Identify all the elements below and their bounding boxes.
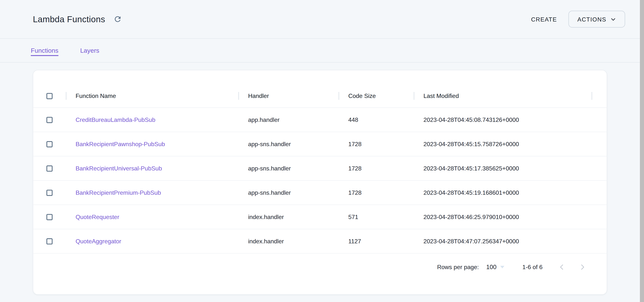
row-checkbox[interactable] (46, 141, 52, 147)
last-modified-cell: 2023-04-28T04:45:08.743126+0000 (414, 116, 592, 123)
functions-table-card: Function Name Handler Code Size Last Mod… (33, 70, 607, 294)
table-row: CreditBureauLambda-PubSub app.handler 44… (33, 107, 606, 132)
last-modified-cell: 2023-04-28T04:45:15.758726+0000 (414, 141, 592, 147)
row-checkbox[interactable] (46, 190, 52, 196)
page-title: Lambda Functions (33, 14, 105, 24)
last-modified-cell: 2023-04-28T04:46:25.979010+0000 (414, 214, 592, 220)
last-modified-cell: 2023-04-28T04:45:17.385625+0000 (414, 165, 592, 172)
row-checkbox[interactable] (46, 117, 52, 123)
code-size-cell: 571 (338, 214, 414, 220)
select-all-checkbox[interactable] (46, 93, 52, 99)
tab-functions[interactable]: Functions (29, 47, 60, 54)
handler-cell: index.handler (238, 238, 338, 244)
actions-button-label: ACTIONS (578, 16, 606, 23)
rows-per-page-select[interactable]: 100 (486, 263, 504, 270)
column-header-code-size: Code Size (338, 92, 414, 99)
code-size-cell: 1127 (338, 238, 414, 244)
handler-cell: app.handler (238, 116, 338, 123)
table-row: QuoteRequester index.handler 571 2023-04… (33, 204, 606, 229)
chevron-right-icon (578, 263, 586, 271)
dropdown-caret-icon (500, 266, 504, 268)
handler-cell: app-sns.handler (238, 141, 338, 147)
code-size-cell: 1728 (338, 189, 414, 196)
table-header-row: Function Name Handler Code Size Last Mod… (33, 84, 606, 107)
handler-cell: app-sns.handler (238, 165, 338, 172)
column-header-handler: Handler (238, 92, 338, 99)
chevron-down-icon (610, 16, 616, 22)
row-checkbox[interactable] (46, 238, 52, 244)
create-button[interactable]: CREATE (526, 12, 562, 27)
tab-layers[interactable]: Layers (78, 47, 101, 54)
function-name-link[interactable]: CreditBureauLambda-PubSub (76, 116, 155, 123)
refresh-icon (114, 15, 122, 23)
code-size-cell: 448 (338, 116, 414, 123)
table-row: QuoteAggregator index.handler 1127 2023-… (33, 229, 606, 253)
row-checkbox[interactable] (46, 214, 52, 220)
last-modified-cell: 2023-04-28T04:47:07.256347+0000 (414, 238, 592, 244)
last-modified-cell: 2023-04-28T04:45:19.168601+0000 (414, 189, 592, 196)
next-page-button[interactable] (577, 261, 588, 272)
table-row: BankRecipientPawnshop-PubSub app-sns.han… (33, 132, 606, 156)
code-size-cell: 1728 (338, 141, 414, 147)
table-row: BankRecipientPremium-PubSub app-sns.hand… (33, 180, 606, 205)
rows-per-page-value: 100 (486, 263, 496, 270)
table-row: BankRecipientUniversal-PubSub app-sns.ha… (33, 156, 606, 180)
function-name-link[interactable]: BankRecipientPawnshop-PubSub (76, 141, 165, 147)
refresh-button[interactable] (112, 14, 123, 25)
code-size-cell: 1728 (338, 165, 414, 172)
column-header-last-modified: Last Modified (414, 92, 592, 99)
function-name-link[interactable]: QuoteRequester (76, 214, 119, 220)
select-all-cell (33, 93, 66, 99)
tab-bar: Functions Layers (0, 39, 644, 63)
actions-button[interactable]: ACTIONS (568, 11, 625, 28)
rows-per-page-label: Rows per page: (437, 264, 479, 270)
pagination-bar: Rows per page: 100 1-6 of 6 (33, 253, 606, 280)
page-header: Lambda Functions CREATE ACTIONS (0, 0, 644, 39)
function-name-link[interactable]: QuoteAggregator (76, 238, 121, 244)
row-checkbox[interactable] (46, 165, 52, 171)
column-header-function-name: Function Name (66, 92, 238, 99)
pagination-nav (556, 261, 588, 272)
app-viewport: Lambda Functions CREATE ACTIONS Function… (0, 0, 644, 302)
chevron-left-icon (558, 263, 566, 271)
function-name-link[interactable]: BankRecipientPremium-PubSub (76, 189, 161, 196)
pagination-range-label: 1-6 of 6 (522, 264, 542, 270)
previous-page-button[interactable] (556, 261, 567, 272)
handler-cell: app-sns.handler (238, 189, 338, 196)
column-header-spacer (592, 84, 606, 107)
function-name-link[interactable]: BankRecipientUniversal-PubSub (76, 165, 162, 172)
scrollbar[interactable] (640, 0, 644, 302)
handler-cell: index.handler (238, 214, 338, 220)
